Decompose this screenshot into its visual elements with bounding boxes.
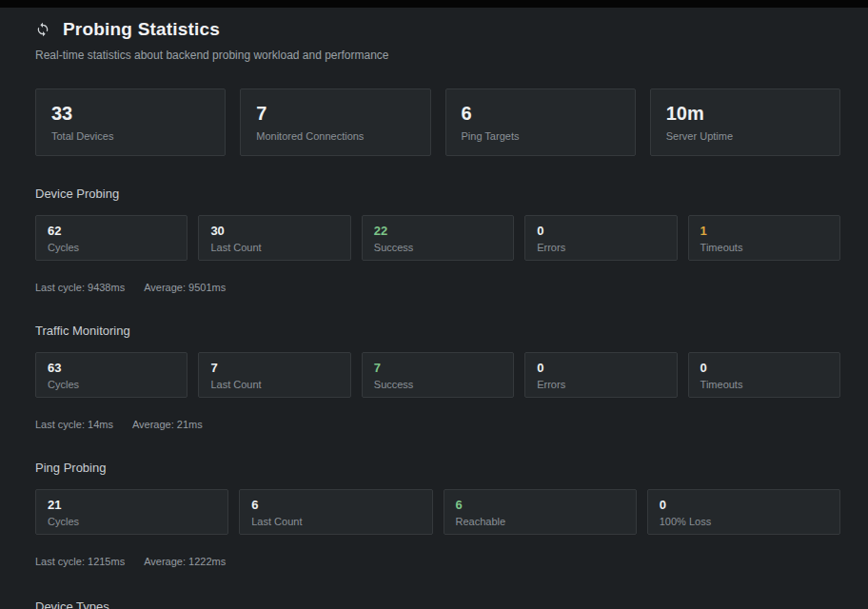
stat-card-loss: 0 100% Loss [647, 489, 840, 535]
stat-label: Total Devices [51, 130, 209, 142]
device-probing-card-grid: 62 Cycles 30 Last Count 22 Success 0 Err… [35, 215, 840, 261]
stat-value: 63 [48, 361, 175, 376]
page-title: Probing Statistics [63, 19, 220, 40]
stat-value: 0 [700, 361, 828, 376]
stat-label: Monitored Connections [256, 130, 414, 142]
section-title-traffic-monitoring: Traffic Monitoring [35, 324, 840, 338]
stat-label: Cycles [48, 242, 175, 253]
stat-value: 7 [210, 361, 338, 376]
stat-label: 100% Loss [660, 516, 828, 527]
summary-card-server-uptime: 10m Server Uptime [650, 88, 840, 156]
stat-value: 22 [374, 224, 502, 239]
stat-card-timeouts: 1 Timeouts [688, 215, 840, 261]
last-cycle-text: Last cycle: 14ms [35, 419, 113, 430]
stat-label: Errors [537, 379, 664, 390]
section-title-ping-probing: Ping Probing [35, 461, 840, 475]
stat-label: Timeouts [700, 379, 828, 390]
stat-value: 0 [537, 224, 664, 239]
last-cycle-text: Last cycle: 9438ms [35, 282, 125, 293]
section-title-device-types: Device Types [35, 599, 840, 609]
average-text: Average: 9501ms [144, 282, 226, 293]
probing-statistics-page: Probing Statistics Real-time statistics … [0, 8, 868, 609]
stat-card-cycles: 63 Cycles [35, 352, 187, 398]
summary-card-total-devices: 33 Total Devices [35, 88, 226, 156]
stat-card-last-count: 7 Last Count [198, 352, 350, 398]
last-cycle-text: Last cycle: 1215ms [35, 556, 125, 567]
traffic-monitoring-card-grid: 63 Cycles 7 Last Count 7 Success 0 Error… [35, 352, 840, 398]
summary-card-monitored-connections: 7 Monitored Connections [240, 88, 430, 156]
stat-card-success: 7 Success [362, 352, 514, 398]
stat-card-reachable: 6 Reachable [444, 489, 637, 535]
stat-value: 10m [666, 102, 824, 125]
traffic-monitoring-meta: Last cycle: 14ms Average: 21ms [35, 419, 840, 430]
stat-value: 7 [374, 361, 502, 376]
stat-value: 21 [48, 498, 216, 513]
stat-label: Last Count [251, 516, 420, 527]
stat-card-errors: 0 Errors [524, 352, 677, 398]
stat-value: 7 [256, 102, 414, 125]
section-title-device-probing: Device Probing [35, 187, 840, 201]
top-bar [0, 0, 868, 8]
page-subtitle: Real-time statistics about backend probi… [35, 49, 840, 62]
stat-value: 6 [251, 498, 420, 513]
stat-label: Timeouts [700, 242, 828, 253]
average-text: Average: 1222ms [144, 556, 226, 567]
summary-card-ping-targets: 6 Ping Targets [445, 88, 636, 156]
stat-label: Last Count [210, 379, 338, 390]
stat-card-success: 22 Success [362, 215, 514, 261]
ping-probing-meta: Last cycle: 1215ms Average: 1222ms [35, 556, 840, 567]
page-header: Probing Statistics [35, 19, 840, 40]
stat-value: 0 [660, 498, 828, 513]
stat-card-timeouts: 0 Timeouts [688, 352, 840, 398]
stat-card-cycles: 21 Cycles [35, 489, 228, 535]
stat-value: 6 [462, 102, 620, 125]
stat-value: 33 [51, 102, 209, 125]
stat-card-last-count: 6 Last Count [239, 489, 432, 535]
stat-card-cycles: 62 Cycles [35, 215, 187, 261]
stat-value: 30 [210, 224, 338, 239]
stat-label: Errors [537, 242, 664, 253]
stat-label: Cycles [48, 516, 216, 527]
stat-card-last-count: 30 Last Count [198, 215, 350, 261]
stat-value: 0 [537, 361, 664, 376]
stat-label: Success [374, 379, 502, 390]
stat-label: Reachable [456, 516, 624, 527]
stat-label: Server Uptime [666, 130, 824, 142]
ping-probing-card-grid: 21 Cycles 6 Last Count 6 Reachable 0 100… [35, 489, 840, 535]
stat-value: 1 [700, 224, 828, 239]
stat-card-errors: 0 Errors [524, 215, 677, 261]
sync-icon[interactable] [35, 22, 50, 37]
stat-label: Cycles [48, 379, 175, 390]
stat-label: Ping Targets [462, 130, 620, 142]
stat-value: 62 [48, 224, 175, 239]
summary-card-grid: 33 Total Devices 7 Monitored Connections… [35, 88, 840, 156]
stat-label: Last Count [210, 242, 338, 253]
stat-label: Success [374, 242, 502, 253]
device-probing-meta: Last cycle: 9438ms Average: 9501ms [35, 282, 840, 293]
stat-value: 6 [456, 498, 624, 513]
average-text: Average: 21ms [132, 419, 203, 430]
